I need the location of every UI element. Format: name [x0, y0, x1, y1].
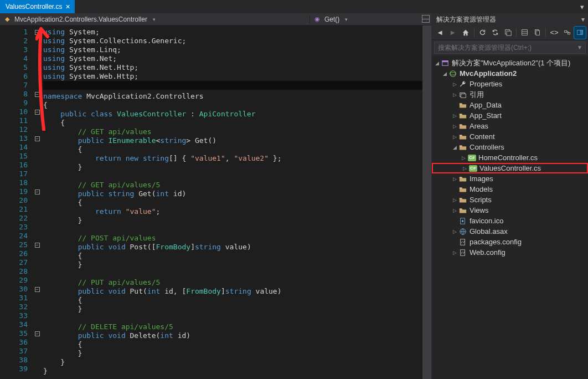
solution-explorer-search: ▼ [432, 40, 588, 55]
split-editor-button[interactable] [422, 15, 430, 23]
nav-class-label: MvcApplication2.Controllers.ValuesContro… [14, 16, 147, 23]
properties-button[interactable] [519, 27, 530, 39]
refresh-button[interactable] [477, 27, 488, 39]
tree-node[interactable]: ▷Views [432, 205, 588, 216]
tree-node-label: Web.config [470, 248, 506, 257]
expander-icon[interactable]: ▷ [451, 176, 458, 182]
sync-button[interactable] [489, 27, 501, 39]
show-all-files-button[interactable] [532, 27, 543, 39]
tree-node-label: Controllers [470, 143, 504, 151]
code-editor-pane: ◆ MvcApplication2.Controllers.ValuesCont… [0, 13, 431, 379]
tree-node[interactable]: ▷Content [432, 131, 588, 142]
solution-explorer-toolbar: ◄ ► <> [432, 25, 588, 40]
preview-selected-button[interactable] [574, 27, 586, 39]
editor-nav-bar: ◆ MvcApplication2.Controllers.ValuesCont… [0, 13, 431, 25]
tree-node[interactable]: App_Data [432, 100, 588, 110]
expander-icon[interactable]: ▷ [460, 155, 467, 161]
tab-title: ValuesController.cs [6, 3, 63, 11]
fold-column[interactable]: −−−−−−−− [33, 25, 41, 379]
nav-member-dropdown[interactable]: ◉ Get() ▾ [310, 16, 431, 23]
panel-options-dropdown[interactable]: ▾ [581, 16, 585, 23]
svg-rect-16 [461, 94, 466, 98]
tree-node[interactable]: ▷Areas [432, 121, 588, 131]
code-area[interactable]: 1234567891011121314151617181920212223242… [0, 25, 431, 379]
nav-class-dropdown[interactable]: ◆ MvcApplication2.Controllers.ValuesCont… [0, 16, 310, 23]
tree-node-label: Views [470, 206, 488, 214]
collapse-all-button[interactable] [502, 27, 514, 39]
document-tab-active[interactable]: ValuesController.cs × [0, 0, 75, 13]
cs-icon: C# [468, 164, 477, 173]
tree-node[interactable]: ◢Controllers [432, 142, 588, 152]
expander-icon[interactable]: ▷ [451, 124, 458, 129]
code-text[interactable]: using System;using System.Collections.Ge… [41, 25, 422, 379]
chevron-down-icon: ▾ [153, 17, 156, 22]
toolbar-separator [474, 28, 474, 37]
svg-rect-6 [536, 30, 540, 35]
svg-rect-12 [442, 60, 448, 62]
solution-node[interactable]: ◢ 解决方案"MvcApplication2"(1 个项目) [432, 58, 588, 68]
tree-node-label: Content [470, 132, 495, 141]
tree-node[interactable]: packages.config [432, 237, 588, 247]
sync-icon [492, 29, 499, 36]
tree-node-label: Properties [470, 80, 502, 88]
solution-icon [441, 59, 450, 68]
tree-node[interactable]: Models [432, 184, 588, 194]
document-tabstrip: ValuesController.cs × ▾ [0, 0, 588, 13]
svg-rect-21 [461, 249, 465, 255]
expander-icon[interactable]: ▷ [461, 166, 468, 171]
folder-icon [458, 132, 467, 141]
tree-node[interactable]: ▷C#ValuesController.cs [432, 163, 588, 173]
home-button[interactable] [460, 27, 471, 39]
solution-label: 解决方案"MvcApplication2"(1 个项目) [452, 58, 570, 68]
ref-icon [458, 90, 467, 99]
collapse-icon [504, 29, 512, 36]
expander-icon[interactable]: ▷ [451, 229, 458, 234]
tab-overflow-dropdown[interactable]: ▾ [576, 0, 588, 13]
view-class-button[interactable] [561, 27, 573, 39]
expander-icon[interactable]: ◢ [441, 71, 448, 76]
tab-close-icon[interactable]: × [66, 3, 70, 11]
class-diagram-icon [564, 29, 571, 36]
expander-icon[interactable]: ▷ [451, 92, 458, 98]
svg-point-13 [450, 70, 456, 76]
expander-icon[interactable]: ▷ [451, 113, 458, 119]
solution-tree[interactable]: ◢ 解决方案"MvcApplication2"(1 个项目) ◢ MvcAppl… [432, 55, 588, 379]
tree-node[interactable]: ▷Images [432, 173, 588, 184]
line-number-gutter: 1234567891011121314151617181920212223242… [0, 25, 33, 379]
tree-node-label: Scripts [470, 196, 492, 204]
nav-forward-button[interactable]: ► [447, 27, 458, 39]
wrench-icon [458, 80, 467, 89]
expander-icon[interactable]: ▷ [451, 134, 458, 140]
svg-rect-2 [522, 30, 528, 35]
svg-point-14 [450, 72, 456, 74]
tree-node[interactable]: ▷App_Start [432, 110, 588, 121]
refresh-icon [479, 29, 486, 36]
tree-node[interactable]: ▷Scripts [432, 194, 588, 205]
tree-node[interactable]: ▷Web.config [432, 247, 588, 258]
project-icon [448, 69, 457, 78]
view-code-button[interactable]: <> [548, 27, 560, 39]
vertical-scrollbar[interactable] [422, 25, 431, 379]
search-input[interactable] [434, 42, 586, 54]
tree-node[interactable]: ▷Properties [432, 79, 588, 89]
tree-node[interactable]: ▷Global.asax [432, 226, 588, 237]
expander-icon[interactable]: ◢ [451, 145, 458, 150]
expander-icon[interactable]: ◢ [433, 60, 441, 66]
solution-explorer-pane: 解决方案资源管理器 ▾ ◄ ► [431, 13, 588, 379]
expander-icon[interactable]: ▷ [451, 250, 458, 255]
tree-node[interactable]: ▷C#HomeController.cs [432, 152, 588, 163]
folder-icon [458, 196, 467, 204]
tree-node-label: Global.asax [470, 227, 508, 235]
tree-node-label: packages.config [470, 238, 522, 246]
panel-title: 解决方案资源管理器 [436, 15, 496, 24]
expander-icon[interactable]: ▷ [451, 197, 458, 203]
toolbar-separator [545, 28, 546, 37]
expander-icon[interactable]: ▷ [451, 81, 458, 87]
svg-rect-1 [507, 31, 511, 35]
nav-back-button[interactable]: ◄ [434, 27, 446, 39]
expander-icon[interactable]: ▷ [451, 208, 458, 213]
project-node[interactable]: ◢ MvcApplication2 [432, 68, 588, 79]
solution-explorer-title-bar[interactable]: 解决方案资源管理器 ▾ [432, 13, 588, 25]
tree-node[interactable]: favicon.ico [432, 216, 588, 226]
tree-node[interactable]: ▷引用 [432, 89, 588, 100]
